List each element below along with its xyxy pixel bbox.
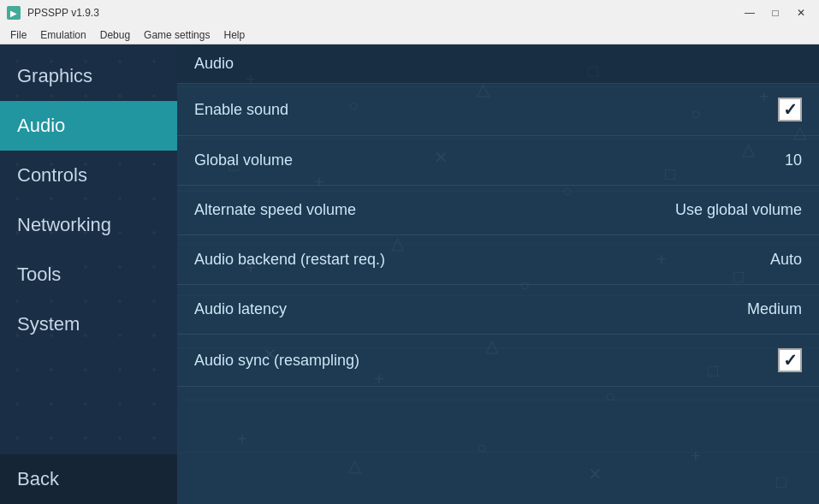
setting-value-audio-latency: Medium (747, 300, 802, 318)
sidebar-item-audio[interactable]: Audio (0, 101, 177, 151)
sidebar-item-tools[interactable]: Tools (0, 250, 177, 299)
sidebar-label-tools: Tools (17, 264, 61, 285)
menu-file[interactable]: File (3, 27, 33, 43)
title-bar: ▶ PPSSPP v1.9.3 — □ ✕ (0, 0, 819, 26)
sidebar: Graphics Audio Controls Networking Tools… (0, 44, 177, 504)
setting-value-alternate-speed-volume: Use global volume (675, 201, 802, 219)
menu-game-settings[interactable]: Game settings (137, 27, 217, 43)
sidebar-item-networking[interactable]: Networking (0, 200, 177, 250)
setting-label-audio-backend: Audio backend (restart req.) (194, 251, 385, 269)
menu-help[interactable]: Help (217, 27, 252, 43)
sidebar-item-controls[interactable]: Controls (0, 151, 177, 200)
setting-alternate-speed-volume[interactable]: Alternate speed volume Use global volume (177, 186, 819, 235)
setting-label-alternate-speed-volume: Alternate speed volume (194, 201, 356, 219)
menu-debug[interactable]: Debug (93, 27, 137, 43)
sidebar-item-system[interactable]: System (0, 299, 177, 349)
app-title: PPSSPP v1.9.3 (27, 7, 99, 19)
sidebar-label-controls: Controls (17, 164, 87, 186)
main-content: Graphics Audio Controls Networking Tools… (0, 44, 819, 504)
sidebar-label-audio: Audio (17, 115, 65, 136)
panel-header: Audio (177, 44, 819, 84)
panel-title: Audio (194, 55, 234, 72)
app-icon: ▶ (7, 6, 21, 20)
back-label: Back (17, 468, 59, 489)
setting-label-enable-sound: Enable sound (194, 101, 288, 119)
setting-label-audio-sync: Audio sync (resampling) (194, 352, 359, 370)
setting-value-audio-backend: Auto (770, 251, 802, 269)
setting-global-volume[interactable]: Global volume 10 (177, 136, 819, 186)
sidebar-label-graphics: Graphics (17, 65, 92, 86)
menu-bar: File Emulation Debug Game settings Help (0, 26, 819, 44)
minimize-button[interactable]: — (739, 4, 761, 21)
setting-value-global-volume: 10 (785, 151, 802, 169)
close-button[interactable]: ✕ (790, 4, 812, 21)
back-button[interactable]: Back (0, 454, 177, 504)
setting-enable-sound[interactable]: Enable sound (177, 84, 819, 136)
title-bar-left: ▶ PPSSPP v1.9.3 (7, 6, 99, 20)
setting-label-global-volume: Global volume (194, 151, 293, 169)
sidebar-label-networking: Networking (17, 214, 111, 235)
window-controls: — □ ✕ (739, 4, 812, 21)
setting-label-audio-latency: Audio latency (194, 300, 287, 318)
settings-list: Enable sound Global volume 10 Alternate … (177, 84, 819, 504)
sidebar-nav: Graphics Audio Controls Networking Tools… (0, 44, 177, 454)
maximize-button[interactable]: □ (764, 4, 786, 21)
setting-audio-backend[interactable]: Audio backend (restart req.) Auto (177, 235, 819, 285)
setting-audio-latency[interactable]: Audio latency Medium (177, 285, 819, 335)
sidebar-label-system: System (17, 313, 80, 335)
setting-audio-sync[interactable]: Audio sync (resampling) (177, 335, 819, 387)
sidebar-item-graphics[interactable]: Graphics (0, 51, 177, 101)
checkbox-enable-sound[interactable] (778, 98, 802, 122)
right-panel: + ○ △ □ ○ + △ □ + ✕ ○ □ △ ✕ + △ ○ + □ ✕ … (177, 44, 819, 504)
checkbox-audio-sync[interactable] (778, 348, 802, 372)
menu-emulation[interactable]: Emulation (33, 27, 92, 43)
